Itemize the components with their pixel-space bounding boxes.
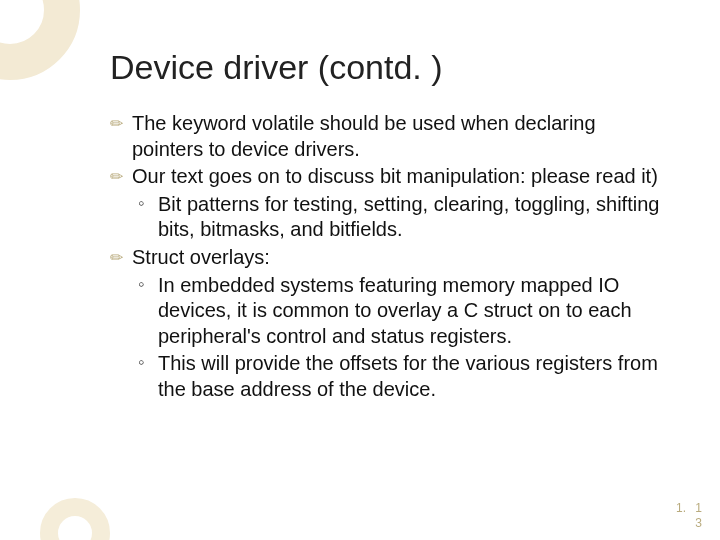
sub-bullet-item: ◦ Bit patterns for testing, setting, cle…	[114, 192, 660, 243]
pencil-icon: ✏	[110, 248, 123, 268]
bullet-item: ✏ Our text goes on to discuss bit manipu…	[110, 164, 660, 190]
pencil-icon: ✏	[110, 114, 123, 134]
body-list: ✏ The keyword volatile should be used wh…	[110, 111, 660, 403]
bullet-text: Our text goes on to discuss bit manipula…	[132, 165, 658, 187]
footer-page-bottom: 3	[695, 516, 702, 530]
slide-title: Device driver (contd. )	[110, 48, 660, 87]
bullet-text: This will provide the offsets for the va…	[158, 352, 658, 400]
pencil-icon: ✏	[110, 167, 123, 187]
circle-icon: ◦	[138, 273, 144, 296]
circle-icon: ◦	[138, 192, 144, 215]
sub-bullet-item: ◦ In embedded systems featuring memory m…	[114, 273, 660, 350]
bullet-text: The keyword volatile should be used when…	[132, 112, 596, 160]
footer-section-number: 1.	[676, 501, 686, 515]
slide-content: Device driver (contd. ) ✏ The keyword vo…	[0, 0, 720, 540]
bullet-text: Bit patterns for testing, setting, clear…	[158, 193, 659, 241]
bullet-item: ✏ Struct overlays:	[110, 245, 660, 271]
bullet-item: ✏ The keyword volatile should be used wh…	[110, 111, 660, 162]
footer-page-top: 1	[695, 501, 702, 515]
footer-page-number: 1 3	[695, 501, 702, 530]
sub-bullet-item: ◦ This will provide the offsets for the …	[114, 351, 660, 402]
bullet-text: In embedded systems featuring memory map…	[158, 274, 632, 347]
circle-icon: ◦	[138, 351, 144, 374]
bullet-text: Struct overlays:	[132, 246, 270, 268]
slide-footer: 1. 1 3	[676, 501, 702, 530]
